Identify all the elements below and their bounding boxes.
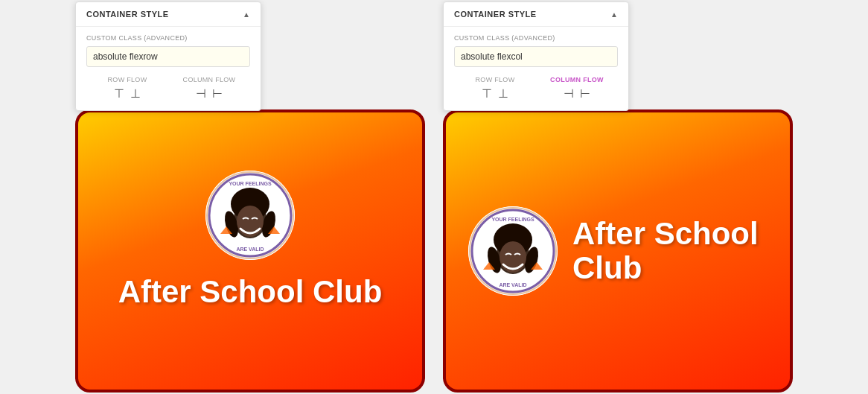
right-custom-class-input[interactable]: [454, 46, 618, 67]
right-popup-header[interactable]: CONTAINER STYLE ▲: [444, 2, 628, 27]
right-column-flow-col: COLUMN FLOW ⊣ ⊢: [536, 76, 618, 100]
left-align-top-icon[interactable]: ⊤: [114, 88, 124, 100]
right-custom-class-label: CUSTOM CLASS (ADVANCED): [454, 34, 618, 42]
left-popup-header[interactable]: CONTAINER STYLE ▲: [76, 2, 261, 27]
right-align-top-icon[interactable]: ⊤: [482, 88, 492, 100]
svg-text:YOUR FEELINGS: YOUR FEELINGS: [229, 181, 272, 186]
svg-text:ARE VALID: ARE VALID: [499, 282, 526, 287]
left-row-flow-icons: ⊤ ⊥: [114, 88, 141, 100]
right-popup-title: CONTAINER STYLE: [454, 10, 537, 19]
left-column-flow-col: COLUMN FLOW ⊣ ⊢: [168, 76, 250, 100]
right-panel: CONTAINER STYLE ▲ CUSTOM CLASS (ADVANCED…: [443, 1, 793, 393]
svg-text:ARE VALID: ARE VALID: [236, 247, 264, 252]
right-popup-arrow-icon: ▲: [610, 10, 618, 19]
right-row-flow-icons: ⊤ ⊥: [482, 88, 508, 100]
right-column-flow-icons: ⊣ ⊢: [564, 88, 590, 100]
left-flow-section: ROW FLOW ⊤ ⊥ COLUMN FLOW ⊣ ⊢: [86, 76, 250, 100]
right-row-flow-col: ROW FLOW ⊤ ⊥: [454, 76, 536, 100]
left-custom-class-input[interactable]: [86, 46, 250, 67]
left-badge: YOUR FEELINGS ARE VALID: [205, 171, 295, 260]
left-style-popup: CONTAINER STYLE ▲ CUSTOM CLASS (ADVANCED…: [75, 1, 261, 111]
right-popup-body: CUSTOM CLASS (ADVANCED) ROW FLOW ⊤ ⊥ COL…: [444, 27, 628, 110]
left-popup-body: CUSTOM CLASS (ADVANCED) ROW FLOW ⊤ ⊥ COL…: [76, 27, 261, 110]
left-card: YOUR FEELINGS ARE VALID After School Clu…: [75, 109, 425, 393]
right-style-popup: CONTAINER STYLE ▲ CUSTOM CLASS (ADVANCED…: [443, 1, 629, 111]
left-panel: CONTAINER STYLE ▲ CUSTOM CLASS (ADVANCED…: [75, 1, 425, 393]
right-badge: YOUR FEELINGS ARE VALID: [468, 206, 558, 296]
right-align-left-icon[interactable]: ⊣: [564, 88, 574, 100]
right-row-flow-label: ROW FLOW: [476, 76, 515, 83]
main-container: CONTAINER STYLE ▲ CUSTOM CLASS (ADVANCED…: [60, 0, 808, 394]
left-row-flow-label: ROW FLOW: [108, 76, 147, 83]
left-column-flow-icons: ⊣ ⊢: [196, 88, 223, 100]
left-popup-title: CONTAINER STYLE: [86, 10, 169, 19]
left-card-title: After School Club: [118, 275, 383, 309]
left-align-left-icon[interactable]: ⊣: [196, 88, 206, 100]
right-card: YOUR FEELINGS ARE VALID After School Clu…: [443, 109, 793, 393]
right-align-bottom-icon[interactable]: ⊥: [498, 88, 508, 100]
right-card-title: After School Club: [572, 217, 790, 285]
left-column-flow-label: COLUMN FLOW: [183, 76, 236, 83]
left-align-right-icon[interactable]: ⊢: [212, 88, 223, 100]
right-align-right-icon[interactable]: ⊢: [580, 88, 590, 100]
left-popup-arrow-icon: ▲: [243, 10, 250, 19]
left-align-bottom-icon[interactable]: ⊥: [130, 88, 141, 100]
left-custom-class-label: CUSTOM CLASS (ADVANCED): [86, 34, 250, 42]
right-column-flow-label: COLUMN FLOW: [550, 76, 604, 83]
svg-text:YOUR FEELINGS: YOUR FEELINGS: [491, 217, 534, 222]
right-flow-section: ROW FLOW ⊤ ⊥ COLUMN FLOW ⊣ ⊢: [454, 76, 618, 100]
left-row-flow-col: ROW FLOW ⊤ ⊥: [86, 76, 168, 100]
